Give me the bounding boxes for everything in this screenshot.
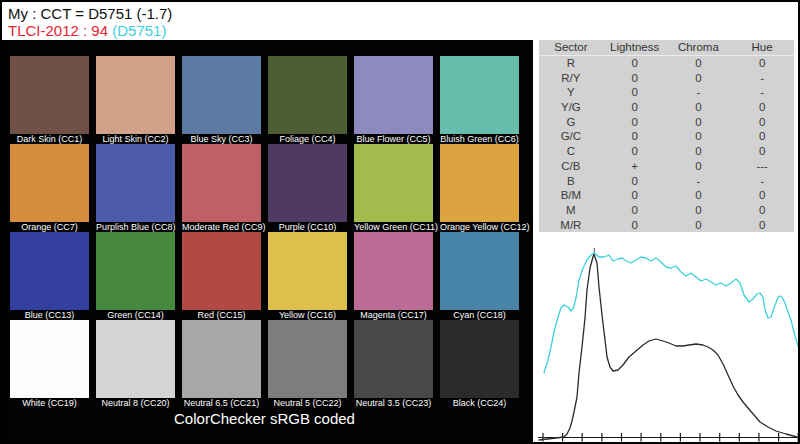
- patch-label-cc10: Purple (CC10): [268, 222, 347, 232]
- table-cell: 0: [603, 115, 667, 130]
- color-patch-cc7: [10, 144, 89, 222]
- table-cell: R/Y: [539, 71, 603, 86]
- patch-label-cc24: Black (CC24): [440, 398, 519, 408]
- patch-label-cc8: Purplish Blue (CC8): [96, 222, 175, 232]
- color-patch-cc13: [10, 232, 89, 310]
- colorchecker-cell-cc16: Yellow (CC16): [268, 232, 347, 320]
- table-cell: Y: [539, 85, 603, 100]
- colorchecker-cell-cc15: Red (CC15): [182, 232, 261, 320]
- table-cell: 0: [603, 100, 667, 115]
- table-cell: 0: [603, 56, 667, 71]
- table-header-row: SectorLightnessChromaHue: [539, 40, 794, 56]
- patch-label-cc17: Magenta (CC17): [354, 310, 433, 320]
- patch-label-cc12: Orange Yellow (CC12): [440, 222, 519, 232]
- table-cell: 0: [667, 56, 731, 71]
- color-patch-cc4: [268, 56, 347, 134]
- patch-label-cc16: Yellow (CC16): [268, 310, 347, 320]
- spd-curve-measured-spd-black: [539, 254, 797, 440]
- table-cell: 0: [603, 203, 667, 218]
- colorchecker-cell-cc12: Orange Yellow (CC12): [440, 144, 519, 232]
- patch-label-cc21: Neutral 6.5 (CC21): [182, 398, 261, 408]
- colorchecker-cell-cc13: Blue (CC13): [10, 232, 89, 320]
- colorchecker-cell-cc3: Blue Sky (CC3): [182, 56, 261, 144]
- table-cell: 0: [730, 100, 794, 115]
- color-patch-cc14: [96, 232, 175, 310]
- table-cell: 0: [667, 129, 731, 144]
- table-cell: ---: [730, 159, 794, 174]
- color-patch-cc6: [440, 56, 519, 134]
- color-patch-cc22: [268, 320, 347, 398]
- table-row-g: G000: [539, 115, 794, 130]
- patch-label-cc9: Moderate Red (CC9): [182, 222, 261, 232]
- table-cell: B: [539, 174, 603, 189]
- patch-label-cc19: White (CC19): [10, 398, 89, 408]
- table-row-b: B0--: [539, 174, 794, 189]
- table-row-y-g: Y/G000: [539, 100, 794, 115]
- table-cell: 0: [603, 188, 667, 203]
- table-cell: 0: [603, 144, 667, 159]
- tlci-reference-illuminant: (D5751): [108, 22, 166, 39]
- patch-label-cc13: Blue (CC13): [10, 310, 89, 320]
- patch-label-cc7: Orange (CC7): [10, 222, 89, 232]
- table-cell: C: [539, 144, 603, 159]
- colorchecker-cell-cc10: Purple (CC10): [268, 144, 347, 232]
- table-cell: B/M: [539, 188, 603, 203]
- table-cell: 0: [730, 56, 794, 71]
- colorchecker-cell-cc20: Neutral 8 (CC20): [96, 320, 175, 408]
- color-patch-cc23: [354, 320, 433, 398]
- table-cell: +: [603, 159, 667, 174]
- colorchecker-cell-cc23: Neutral 3.5 (CC23): [354, 320, 433, 408]
- table-cell: 0: [667, 115, 731, 130]
- colorchecker-caption: ColorChecker sRGB coded: [10, 410, 519, 427]
- colorchecker-cell-cc18: Cyan (CC18): [440, 232, 519, 320]
- table-cell: 0: [730, 115, 794, 130]
- column-header: Hue: [730, 40, 794, 55]
- color-patch-cc15: [182, 232, 261, 310]
- table-cell: M: [539, 203, 603, 218]
- table-cell: -: [667, 85, 731, 100]
- table-cell: 0: [667, 188, 731, 203]
- table-row-b-m: B/M000: [539, 188, 794, 203]
- spd-curve-reference-spd-cyan: [544, 253, 799, 373]
- colorchecker-panel: Dark Skin (CC1)Light Skin (CC2)Blue Sky …: [2, 40, 533, 442]
- table-cell: G: [539, 115, 603, 130]
- patch-label-cc2: Light Skin (CC2): [96, 134, 175, 144]
- color-patch-cc3: [182, 56, 261, 134]
- color-patch-cc8: [96, 144, 175, 222]
- table-row-r: R000: [539, 56, 794, 71]
- table-cell: 0: [667, 203, 731, 218]
- color-patch-cc9: [182, 144, 261, 222]
- colorchecker-cell-cc11: Yellow Green (CC11): [354, 144, 433, 232]
- cct-readout: My : CCT = D5751 (-1.7): [8, 5, 172, 22]
- table-cell: 0: [667, 71, 731, 86]
- table-row-c-b: C/B+0---: [539, 159, 794, 174]
- table-row-c: C000: [539, 144, 794, 159]
- table-cell: -: [730, 85, 794, 100]
- column-header: Sector: [539, 40, 603, 55]
- colorchecker-cell-cc4: Foliage (CC4): [268, 56, 347, 144]
- tlci-readout: TLCI-2012 : 94 (D5751): [8, 22, 172, 39]
- patch-label-cc6: Bluish Green (CC6): [440, 134, 519, 144]
- table-cell: 0: [603, 129, 667, 144]
- colorchecker-cell-cc14: Green (CC14): [96, 232, 175, 320]
- spd-plot: [536, 240, 800, 442]
- tlci-score: TLCI-2012 : 94: [8, 22, 108, 39]
- colorchecker-grid: Dark Skin (CC1)Light Skin (CC2)Blue Sky …: [10, 56, 519, 408]
- table-row-g-c: G/C000: [539, 129, 794, 144]
- colorchecker-cell-cc19: White (CC19): [10, 320, 89, 408]
- colorchecker-cell-cc24: Black (CC24): [440, 320, 519, 408]
- color-patch-cc18: [440, 232, 519, 310]
- colorchecker-cell-cc9: Moderate Red (CC9): [182, 144, 261, 232]
- table-cell: 0: [603, 174, 667, 189]
- patch-label-cc14: Green (CC14): [96, 310, 175, 320]
- header: My : CCT = D5751 (-1.7) TLCI-2012 : 94 (…: [8, 5, 172, 39]
- table-cell: 0: [667, 144, 731, 159]
- color-patch-cc11: [354, 144, 433, 222]
- patch-label-cc23: Neutral 3.5 (CC23): [354, 398, 433, 408]
- table-row-m: M000: [539, 203, 794, 218]
- colorchecker-cell-cc17: Magenta (CC17): [354, 232, 433, 320]
- table-row-r-y: R/Y00-: [539, 71, 794, 86]
- table-row-m-r: M/R000: [539, 218, 794, 233]
- patch-label-cc3: Blue Sky (CC3): [182, 134, 261, 144]
- table-cell: 0: [667, 159, 731, 174]
